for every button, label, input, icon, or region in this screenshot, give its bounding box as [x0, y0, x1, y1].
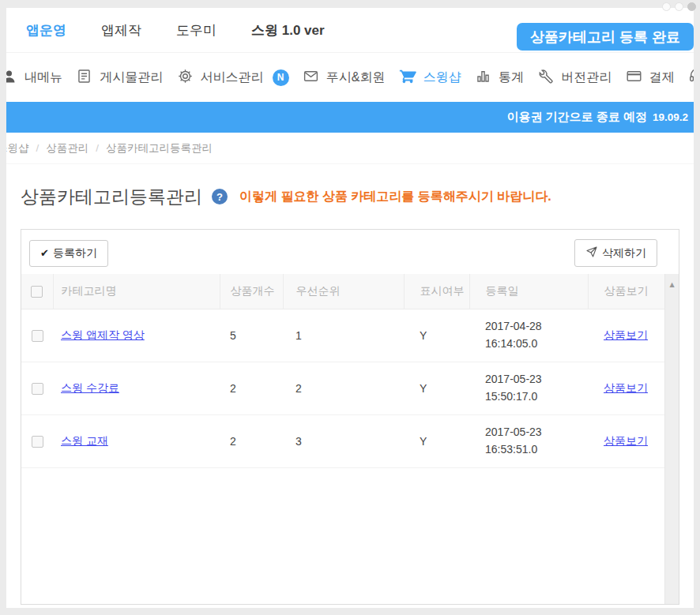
- help-icon[interactable]: ?: [212, 189, 228, 204]
- window-controls: [662, 2, 696, 11]
- delete-button-label: 삭제하기: [602, 246, 646, 261]
- created-at: 2017-04-28 16:14:05.0: [469, 309, 588, 362]
- table-row: 스윙 수강료 2 2 Y 2017-05-23 15:50:17.0 상품보기: [21, 362, 664, 415]
- view-products-link[interactable]: 상품보기: [604, 381, 648, 394]
- table-row: 스윙 교재 2 3 Y 2017-05-23 16:53:51.0 상품보기: [21, 415, 664, 468]
- main-nav-label: 통계: [499, 69, 524, 86]
- category-register-complete-button[interactable]: 상품카테고리 등록 완료: [517, 23, 694, 51]
- main-nav-label: 내메뉴: [24, 69, 62, 86]
- wrench-icon: [537, 68, 554, 88]
- user-icon: [6, 68, 17, 88]
- notice-text: 이렇게 필요한 상품 카테고리를 등록해주시기 바랍니다.: [239, 189, 551, 205]
- title-section: 상품카테고리등록관리 ? 이렇게 필요한 상품 카테고리를 등록해주시기 바랍니…: [6, 164, 694, 229]
- subscription-banner: 이용권 기간으로 종료 예정 19.09.2: [6, 102, 694, 133]
- row-checkbox[interactable]: [32, 436, 43, 448]
- main-nav-posts[interactable]: 게시물관리: [76, 68, 163, 88]
- created-at: 2017-05-23 16:53:51.0: [469, 415, 588, 468]
- breadcrumb-product-management[interactable]: 상품관리: [46, 141, 88, 156]
- new-badge: N: [273, 69, 289, 86]
- window-dot[interactable]: [675, 2, 683, 11]
- table-toolbar: ✔ 등록하기 삭제하기: [21, 230, 679, 274]
- created-at: 2017-05-23 15:50:17.0: [469, 362, 588, 415]
- table-row: 스윙 앱제작 영상 5 1 Y 2017-04-28 16:14:05.0 상품…: [21, 309, 664, 362]
- top-nav-app-operation[interactable]: 앱운영: [26, 21, 66, 39]
- main-nav-label: 서비스관리: [201, 69, 264, 86]
- row-checkbox[interactable]: [32, 383, 43, 395]
- priority: 1: [283, 309, 404, 362]
- breadcrumb-separator: /: [36, 142, 40, 154]
- breadcrumb: 스윙샵 / 상품관리 / 상품카테고리등록관리: [6, 133, 694, 164]
- view-products-link[interactable]: 상품보기: [604, 434, 648, 447]
- main-nav-support[interactable]: [688, 67, 694, 88]
- cart-icon: [399, 67, 416, 88]
- header-created-date: 등록일: [469, 274, 588, 309]
- top-nav-version-logo: 스윙 1.0 ver: [251, 21, 325, 39]
- select-all-checkbox[interactable]: [31, 286, 43, 298]
- breadcrumb-separator: /: [96, 142, 99, 154]
- board-icon: [76, 68, 92, 88]
- window-dot[interactable]: [687, 2, 696, 11]
- breadcrumb-swing-shop[interactable]: 스윙샵: [6, 141, 29, 156]
- main-nav-label: 게시물관리: [100, 69, 163, 86]
- main-nav-statistics[interactable]: 통계: [475, 68, 524, 88]
- delete-button[interactable]: 삭제하기: [574, 239, 657, 267]
- app-window: 앱운영 앱제작 도우미 스윙 1.0 ver 상품카테고리 등록 완료 내메뉴 …: [6, 8, 694, 608]
- header-priority: 우선순위: [283, 274, 404, 309]
- visibility: Y: [404, 362, 469, 415]
- register-button-label: 등록하기: [53, 246, 97, 261]
- header-product-count: 상품개수: [220, 274, 283, 309]
- main-nav-label: 푸시&회원: [326, 69, 386, 86]
- priority: 3: [283, 415, 404, 468]
- window-dot[interactable]: [662, 2, 671, 11]
- mail-icon: [303, 68, 319, 88]
- banner-text: 이용권 기간으로 종료 예정: [506, 110, 647, 125]
- visibility: Y: [404, 309, 469, 362]
- row-checkbox[interactable]: [32, 330, 43, 342]
- top-nav: 앱운영 앱제작 도우미 스윙 1.0 ver 상품카테고리 등록 완료: [6, 8, 694, 52]
- chart-icon: [475, 68, 491, 88]
- page-title: 상품카테고리등록관리: [21, 185, 202, 209]
- product-count: 2: [220, 415, 283, 468]
- paper-plane-icon: [585, 246, 598, 261]
- main-nav-version[interactable]: 버전관리: [537, 68, 612, 88]
- table-zone: 카테고리명 상품개수 우선순위 표시여부 등록일 상품보기 스윙 앱제작 영상: [21, 274, 679, 604]
- card-icon: [626, 68, 642, 88]
- top-nav-helper[interactable]: 도우미: [176, 21, 216, 39]
- headset-icon: [688, 67, 694, 88]
- select-all-header: [21, 274, 53, 309]
- header-view-products: 상품보기: [588, 274, 664, 309]
- scroll-up-icon[interactable]: ▲: [665, 281, 679, 288]
- check-icon: ✔: [40, 247, 49, 259]
- category-link[interactable]: 스윙 앱제작 영상: [61, 328, 145, 341]
- main-nav-swing-shop[interactable]: 스윙샵: [399, 67, 461, 88]
- breadcrumb-category-registration[interactable]: 상품카테고리등록관리: [106, 141, 213, 156]
- category-link[interactable]: 스윙 수강료: [61, 381, 119, 394]
- priority: 2: [283, 362, 404, 415]
- main-nav-service[interactable]: 서비스관리 N: [177, 68, 289, 88]
- product-count: 5: [220, 309, 283, 362]
- table-scrollbar[interactable]: ▲: [664, 274, 679, 604]
- category-table-card: ✔ 등록하기 삭제하기: [21, 229, 679, 605]
- table-area: 카테고리명 상품개수 우선순위 표시여부 등록일 상품보기 스윙 앱제작 영상: [21, 274, 664, 604]
- header-visibility: 표시여부: [404, 274, 469, 309]
- visibility: Y: [404, 415, 469, 468]
- main-nav-payment[interactable]: 결제: [626, 68, 675, 88]
- gear-icon: [177, 68, 194, 88]
- top-nav-app-build[interactable]: 앱제작: [101, 21, 141, 39]
- banner-date: 19.09.2: [653, 111, 688, 123]
- main-nav-my-menu[interactable]: 내메뉴: [6, 68, 62, 88]
- table-header-row: 카테고리명 상품개수 우선순위 표시여부 등록일 상품보기: [21, 274, 664, 309]
- category-link[interactable]: 스윙 교재: [61, 434, 108, 447]
- header-category-name: 카테고리명: [53, 274, 220, 309]
- main-nav-label: 버전관리: [561, 69, 612, 86]
- category-table: 카테고리명 상품개수 우선순위 표시여부 등록일 상품보기 스윙 앱제작 영상: [21, 274, 664, 468]
- register-button[interactable]: ✔ 등록하기: [29, 240, 108, 267]
- main-nav-push-members[interactable]: 푸시&회원: [303, 68, 386, 88]
- main-nav: 내메뉴 게시물관리 서비스관리 N 푸시&회원 스윙샵 통계 버전관리: [6, 52, 694, 102]
- product-count: 2: [220, 362, 283, 415]
- view-products-link[interactable]: 상품보기: [604, 328, 648, 341]
- main-nav-label: 스윙샵: [423, 69, 461, 86]
- main-nav-label: 결제: [649, 69, 675, 86]
